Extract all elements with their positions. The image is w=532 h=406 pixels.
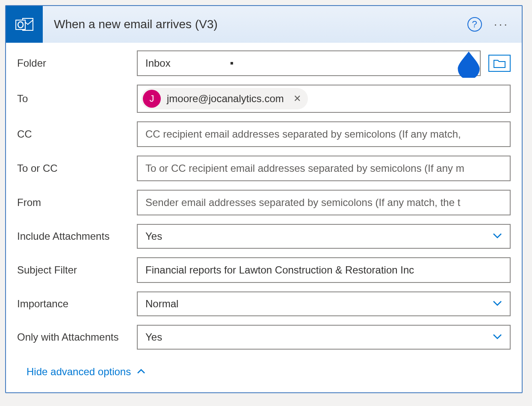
folder-value: Inbox <box>145 57 171 69</box>
folder-row: Folder Inbox <box>17 50 511 76</box>
folder-icon <box>494 59 505 68</box>
dynamic-content-droplet-icon[interactable] <box>454 49 483 78</box>
to-or-cc-input[interactable]: To or CC recipient email addresses separ… <box>137 156 511 181</box>
chevron-down-icon <box>493 333 502 341</box>
help-button[interactable]: ? <box>467 17 482 32</box>
importance-row: Importance Normal <box>17 291 511 316</box>
folder-label: Folder <box>17 57 133 69</box>
importance-value: Normal <box>145 298 178 310</box>
folder-input[interactable]: Inbox <box>137 50 481 76</box>
include-attachments-select[interactable]: Yes <box>137 224 511 249</box>
subject-filter-row: Subject Filter Financial reports for Law… <box>17 257 511 283</box>
card-body: Folder Inbox To <box>6 43 522 392</box>
only-with-attachments-select[interactable]: Yes <box>137 325 511 350</box>
only-with-attachments-value: Yes <box>145 331 162 343</box>
only-with-attachments-label: Only with Attachments <box>17 331 133 343</box>
from-label: From <box>17 197 133 209</box>
hide-advanced-label: Hide advanced options <box>27 366 131 378</box>
to-input[interactable]: J jmoore@jocanalytics.com ✕ <box>137 85 511 113</box>
cc-label: CC <box>17 128 133 140</box>
include-attachments-label: Include Attachments <box>17 230 133 242</box>
recipient-token[interactable]: J jmoore@jocanalytics.com ✕ <box>141 88 308 109</box>
more-menu-button[interactable]: ··· <box>494 18 509 30</box>
card-footer: Hide advanced options <box>17 358 511 388</box>
remove-token-button[interactable]: ✕ <box>293 94 301 103</box>
outlook-glyph-icon <box>14 14 35 35</box>
hide-advanced-options-link[interactable]: Hide advanced options <box>27 366 145 378</box>
importance-select[interactable]: Normal <box>137 291 511 316</box>
subject-filter-label: Subject Filter <box>17 264 133 276</box>
folder-picker-button[interactable] <box>488 55 511 72</box>
from-row: From Sender email addresses separated by… <box>17 190 511 215</box>
to-or-cc-row: To or CC To or CC recipient email addres… <box>17 156 511 181</box>
include-attachments-row: Include Attachments Yes <box>17 224 511 249</box>
cc-input[interactable]: CC recipient email addresses separated b… <box>137 121 511 147</box>
importance-label: Importance <box>17 298 133 310</box>
only-with-attachments-row: Only with Attachments Yes <box>17 325 511 350</box>
from-input[interactable]: Sender email addresses separated by semi… <box>137 190 511 215</box>
cc-row: CC CC recipient email addresses separate… <box>17 121 511 147</box>
avatar: J <box>143 90 161 108</box>
recipient-email: jmoore@jocanalytics.com <box>167 93 284 105</box>
to-label: To <box>17 93 133 105</box>
cursor-dot <box>231 62 233 65</box>
subject-filter-input[interactable]: Financial reports for Lawton Constructio… <box>137 257 511 283</box>
to-row: To J jmoore@jocanalytics.com ✕ <box>17 85 511 113</box>
card-header: When a new email arrives (V3) ? ··· <box>6 6 522 43</box>
chevron-down-icon <box>493 232 502 240</box>
chevron-up-icon <box>137 368 145 376</box>
include-attachments-value: Yes <box>145 230 162 242</box>
trigger-title: When a new email arrives (V3) <box>50 18 461 31</box>
chevron-down-icon <box>493 300 502 308</box>
to-or-cc-label: To or CC <box>17 162 133 174</box>
outlook-icon <box>6 6 43 43</box>
trigger-card: When a new email arrives (V3) ? ··· Fold… <box>5 5 523 393</box>
